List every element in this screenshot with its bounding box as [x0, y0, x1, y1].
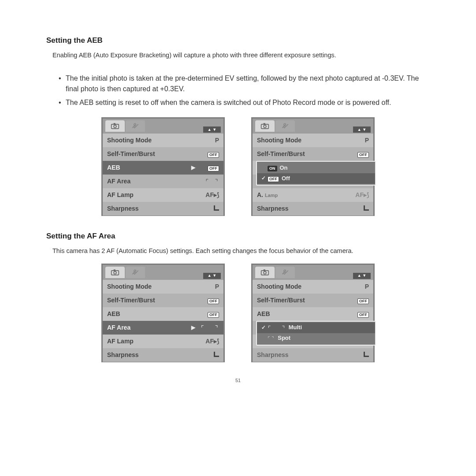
popup-option-multi[interactable]: ✓⌜ ⌝Multi: [257, 323, 375, 333]
row-shooting-mode[interactable]: Shooting ModeP: [253, 280, 373, 294]
af-area-value-icon: ⌜ ⌝: [200, 323, 219, 332]
aeb-label: AEB: [107, 163, 191, 172]
shooting-mode-label: Shooting Mode: [107, 136, 200, 145]
popup-spot-label: Spot: [278, 334, 290, 342]
aeb-value: OFF: [350, 309, 369, 318]
row-af-area-selected[interactable]: AF Area▶⌜ ⌝: [103, 321, 223, 335]
row-shooting-mode[interactable]: Shooting ModeP: [103, 134, 223, 147]
popup-off-label: Off: [282, 175, 290, 183]
aeb-value: OFF: [200, 163, 219, 172]
wrench-icon: [281, 123, 290, 130]
sharpness-value-icon: [350, 350, 369, 359]
popup-option-spot[interactable]: ⌜⌝Spot: [257, 333, 375, 344]
section-intro-aeb: Enabling AEB (Auto Exposure Bracketing) …: [52, 51, 430, 60]
svg-point-10: [264, 271, 266, 274]
screen-tabbar: ▲ ▼: [103, 265, 223, 280]
row-af-lamp[interactable]: AF LampAF▸⟆: [103, 188, 223, 202]
camera-screen-aeb-selected: ▲ ▼ Shooting ModeP Self-Timer/BurstOFF A…: [101, 117, 225, 216]
camera-screen-aeb-popup: ▲ ▼ Shooting ModeP Self-Timer/BurstOFF A…: [251, 117, 375, 216]
sharpness-value-icon: [350, 204, 369, 213]
af-lamp-value: AF▸⟆: [200, 337, 219, 346]
row-sharpness[interactable]: Sharpness: [103, 348, 223, 362]
svg-rect-11: [264, 269, 265, 271]
wrench-icon: [281, 269, 290, 276]
svg-point-1: [114, 125, 116, 128]
sharpness-label: Sharpness: [107, 204, 200, 213]
selection-arrow-icon: ▶: [191, 164, 195, 171]
row-self-timer[interactable]: Self-Timer/BurstOFF: [103, 147, 223, 161]
section-heading-af-area: Setting the AF Area: [46, 231, 430, 242]
row-self-timer[interactable]: Self-Timer/BurstOFF: [253, 147, 373, 161]
self-timer-label: Self-Timer/Burst: [107, 296, 200, 305]
row-sharpness[interactable]: Sharpness: [103, 202, 223, 216]
shooting-mode-value: P: [200, 136, 219, 145]
tab-tools[interactable]: [126, 267, 145, 278]
row-shooting-mode[interactable]: Shooting ModeP: [103, 280, 223, 294]
camera-screen-afarea-popup: ▲ ▼ Shooting ModeP Self-Timer/BurstOFF A…: [251, 264, 375, 362]
sharpness-label: Sharpness: [257, 204, 350, 213]
row-self-timer[interactable]: Self-Timer/BurstOFF: [253, 294, 373, 307]
row-af-lamp[interactable]: AF LampAF▸⟆: [103, 335, 223, 348]
row-sharpness[interactable]: Sharpness: [253, 202, 373, 216]
popup-multi-label: Multi: [289, 324, 302, 332]
sharpness-label: Sharpness: [107, 350, 200, 359]
tab-camera[interactable]: [105, 267, 125, 278]
screen-tabbar: ▲ ▼: [253, 265, 373, 280]
aeb-bullet-list: The the initial photo is taken at the pr…: [59, 73, 430, 108]
af-lamp-value: AF▸⟆: [350, 190, 369, 199]
tab-tools[interactable]: [275, 267, 295, 278]
aeb-popup: ONOn ✓OFFOff: [256, 161, 376, 186]
af-lamp-label: AF Lamp: [107, 337, 200, 346]
screen-tabbar: ▲ ▼: [103, 119, 223, 134]
afarea-popup: ✓⌜ ⌝Multi ⌜⌝Spot: [256, 321, 376, 346]
sharpness-value-icon: [200, 204, 219, 213]
aeb-label: AEB: [257, 309, 350, 318]
aeb-label: AEB: [107, 309, 200, 318]
af-lamp-value: AF▸⟆: [200, 190, 219, 199]
shooting-mode-value: P: [350, 136, 369, 145]
shooting-mode-value: P: [200, 282, 219, 291]
wrench-icon: [131, 269, 140, 276]
svg-rect-8: [114, 269, 115, 271]
row-self-timer[interactable]: Self-Timer/BurstOFF: [103, 294, 223, 307]
self-timer-value: OFF: [200, 149, 219, 158]
nav-arrows-badge: ▲ ▼: [353, 273, 371, 279]
section-heading-aeb: Setting the AEB: [46, 35, 430, 46]
self-timer-label: Self-Timer/Burst: [107, 149, 200, 158]
svg-point-4: [264, 125, 266, 128]
tab-tools[interactable]: [275, 120, 295, 132]
nav-arrows-badge: ▲ ▼: [203, 126, 221, 133]
row-shooting-mode[interactable]: Shooting ModeP: [253, 134, 373, 147]
checkmark-icon: ✓: [260, 324, 267, 331]
camera-icon: [260, 123, 269, 130]
popup-option-on[interactable]: ONOn: [257, 163, 375, 173]
popup-option-off[interactable]: ✓OFFOff: [257, 173, 375, 184]
svg-rect-2: [114, 123, 115, 124]
row-af-lamp-behind: A. LampAF▸⟆: [253, 188, 373, 202]
tab-camera[interactable]: [255, 267, 275, 278]
selection-arrow-icon: ▶: [191, 324, 195, 331]
row-af-area[interactable]: AF Area⌜ ⌝: [103, 175, 223, 188]
self-timer-label: Self-Timer/Burst: [257, 149, 350, 158]
nav-arrows-badge: ▲ ▼: [353, 126, 371, 133]
self-timer-value: OFF: [350, 296, 369, 305]
af-lamp-label: AF Lamp: [107, 190, 200, 199]
tab-tools[interactable]: [126, 120, 145, 132]
tab-camera[interactable]: [255, 120, 275, 132]
tab-camera[interactable]: [105, 120, 125, 132]
row-aeb[interactable]: AEBOFF: [253, 307, 373, 321]
section-intro-af-area: This camera has 2 AF (Automatic Focus) s…: [52, 246, 430, 256]
camera-icon: [111, 269, 119, 276]
af-area-label: AF Area: [107, 323, 191, 332]
aeb-value: OFF: [200, 309, 219, 318]
row-sharpness-behind: Sharpness: [253, 348, 373, 362]
row-aeb[interactable]: AEBOFF: [103, 307, 223, 321]
row-aeb-selected[interactable]: AEB▶OFF: [103, 161, 223, 175]
shooting-mode-label: Shooting Mode: [257, 282, 350, 291]
camera-icon: [260, 269, 269, 276]
screen-tabbar: ▲ ▼: [253, 119, 373, 134]
wrench-icon: [131, 123, 140, 130]
page-number: 51: [46, 377, 430, 384]
aeb-bullet-2: The AEB setting is reset to off when the…: [59, 97, 430, 108]
sharpness-value-icon: [200, 350, 219, 359]
